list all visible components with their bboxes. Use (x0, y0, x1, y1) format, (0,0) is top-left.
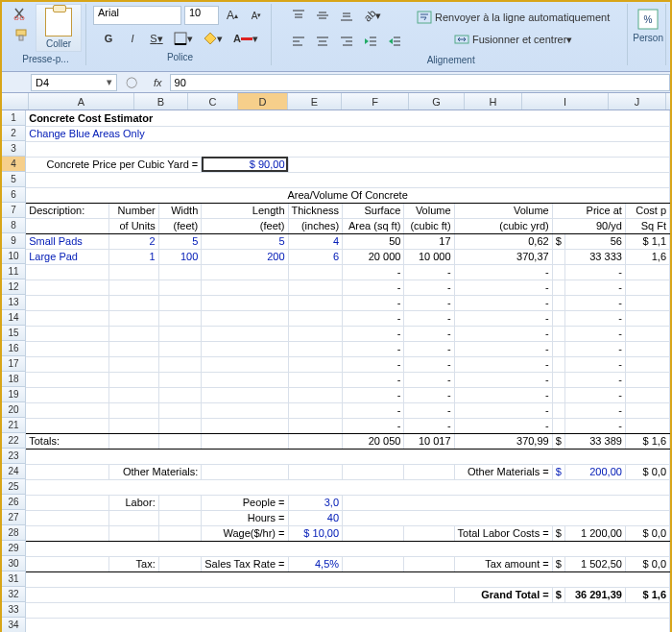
col-I[interactable]: I (522, 93, 609, 109)
svg-text:%: % (644, 14, 653, 25)
col-D[interactable]: D (238, 93, 288, 109)
clipboard-group-label: Presse-p... (22, 52, 68, 64)
price-value-cell[interactable]: $ 90,00 (202, 157, 288, 172)
align-right-button[interactable] (336, 32, 357, 51)
clipboard-section: Coller Presse-p... (6, 4, 86, 65)
clipboard-icon (45, 8, 72, 36)
area-section-header: Area/Volume Of Concrete (26, 187, 669, 203)
fx-label[interactable]: fx (146, 77, 170, 88)
col-H[interactable]: H (465, 93, 522, 109)
italic-button[interactable]: I (122, 29, 143, 48)
alignment-section: ab▾ Renvoyer à la ligne automatiquement (275, 4, 628, 65)
align-bottom-button[interactable] (336, 6, 357, 25)
font-name-select[interactable]: Arial (93, 6, 181, 25)
font-group-label: Police (167, 50, 193, 62)
formula-bar: D4▾ ◯ fx 90 (2, 72, 670, 93)
format-label: Person (633, 33, 663, 43)
subtitle-cell: Change Blue Areas Only (26, 126, 669, 141)
col-G[interactable]: G (409, 93, 465, 109)
table-row: Small Pads 2 5 5 4 50 17 0,62 $ 56 $ 1,1 (26, 233, 669, 249)
font-section: Arial 10 A▴ A▾ G I S ▾ ▾ ▾ A▾ Police (89, 4, 272, 65)
row-headers[interactable]: 123 456 789 101112 131415 161718 192021 … (2, 110, 26, 632)
increase-indent-button[interactable] (384, 32, 405, 51)
col-A[interactable]: A (29, 93, 134, 109)
merge-center-button[interactable]: Fusionner et centrer ▾ (413, 30, 613, 49)
align-top-button[interactable] (288, 6, 309, 25)
align-left-button[interactable] (288, 32, 309, 51)
spreadsheet-grid[interactable]: A B C D E F G H I J 123 456 789 101112 1… (2, 93, 670, 632)
decrease-font-button[interactable]: A▾ (246, 6, 267, 25)
col-F[interactable]: F (342, 93, 409, 109)
table-row: Large Pad 1 100 200 6 20 000 10 000 370,… (26, 249, 669, 264)
format-painter-button[interactable] (10, 25, 33, 44)
align-center-button[interactable] (312, 32, 333, 51)
underline-button[interactable]: S ▾ (146, 29, 167, 48)
col-E[interactable]: E (288, 93, 342, 109)
fill-color-button[interactable]: ▾ (200, 29, 227, 48)
col-J[interactable]: J (609, 93, 666, 109)
price-label: Concrete Price per Cubic Yard = (26, 157, 202, 172)
wrap-text-button[interactable]: Renvoyer à la ligne automatiquement (413, 8, 613, 27)
bold-button[interactable]: G (98, 29, 119, 48)
svg-rect-2 (16, 30, 26, 36)
svg-rect-3 (19, 36, 23, 40)
svg-rect-4 (175, 33, 186, 44)
formula-input[interactable]: 90 (170, 74, 670, 91)
border-button[interactable]: ▾ (170, 29, 197, 48)
font-size-select[interactable]: 10 (184, 6, 219, 25)
cells-table[interactable]: Concrete Cost Estimator Change Blue Area… (26, 110, 670, 632)
name-box[interactable]: D4▾ (31, 74, 117, 91)
paste-label: Coller (46, 38, 71, 49)
decrease-indent-button[interactable] (360, 32, 381, 51)
align-middle-button[interactable] (312, 6, 333, 25)
column-headers[interactable]: A B C D E F G H I J (2, 93, 670, 110)
cut-button[interactable] (10, 4, 33, 23)
alignment-group-label: Alignement (427, 53, 475, 65)
increase-font-button[interactable]: A▴ (222, 6, 243, 25)
paste-button[interactable]: Coller (36, 4, 82, 52)
col-C[interactable]: C (188, 93, 238, 109)
ribbon: Coller Presse-p... Arial 10 A▴ A▾ G I S … (2, 2, 670, 72)
format-section: % Person (631, 4, 666, 65)
title-cell: Concrete Cost Estimator (26, 110, 669, 126)
orientation-button[interactable]: ab▾ (360, 6, 385, 25)
col-B[interactable]: B (134, 93, 188, 109)
format-icon: % (636, 6, 660, 33)
font-color-button[interactable]: A▾ (229, 29, 262, 48)
